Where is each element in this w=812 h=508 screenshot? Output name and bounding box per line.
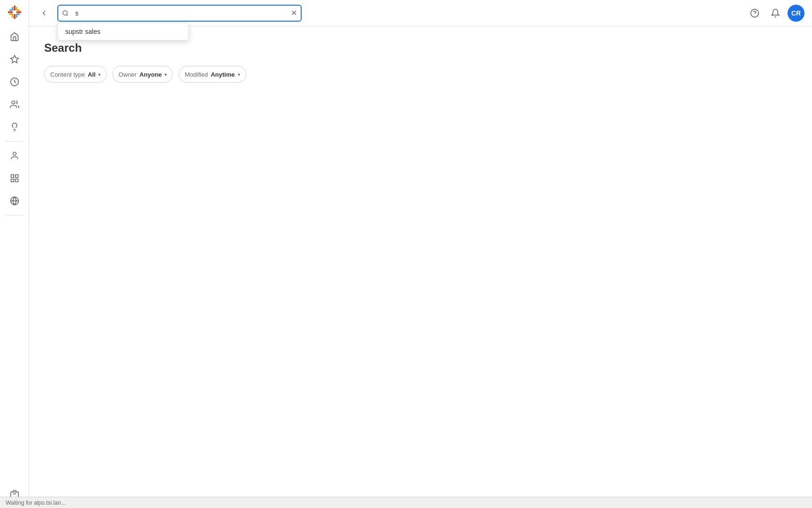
svg-rect-0 bbox=[14, 6, 16, 10]
autocomplete-dropdown: supstr sales bbox=[57, 23, 189, 40]
svg-point-17 bbox=[13, 152, 16, 156]
svg-point-14 bbox=[12, 101, 15, 104]
modified-value: Anytime bbox=[211, 71, 234, 78]
owner-label: Owner bbox=[118, 71, 136, 78]
svg-rect-6 bbox=[9, 9, 13, 11]
modified-label: Modified bbox=[185, 71, 208, 78]
svg-marker-12 bbox=[10, 56, 18, 63]
sidebar-item-favorites[interactable] bbox=[4, 49, 25, 70]
modified-chevron-icon: ▾ bbox=[238, 72, 240, 77]
content-type-chevron-icon: ▾ bbox=[98, 72, 101, 77]
autocomplete-item[interactable]: supstr sales bbox=[58, 23, 188, 40]
app-logo bbox=[6, 4, 23, 21]
search-clear-button[interactable]: ✕ bbox=[291, 9, 297, 17]
content-type-filter[interactable]: Content type All ▾ bbox=[44, 66, 107, 83]
svg-rect-2 bbox=[8, 11, 13, 13]
owner-chevron-icon: ▾ bbox=[164, 72, 167, 77]
content-type-label: Content type bbox=[50, 71, 85, 78]
svg-rect-21 bbox=[15, 179, 18, 182]
sidebar-nav bbox=[0, 26, 29, 137]
svg-rect-1 bbox=[14, 14, 16, 19]
svg-rect-7 bbox=[16, 14, 20, 15]
svg-line-28 bbox=[67, 14, 68, 16]
help-button[interactable] bbox=[746, 5, 763, 22]
sidebar-item-shared[interactable] bbox=[4, 94, 25, 115]
content-type-value: All bbox=[88, 71, 96, 78]
status-bar: Waiting for alpo.tsi.lan... bbox=[0, 497, 812, 508]
sidebar-item-external[interactable] bbox=[4, 190, 25, 211]
status-text: Waiting for alpo.tsi.lan... bbox=[6, 500, 66, 506]
page-title: Search bbox=[44, 41, 797, 55]
sidebar-divider-2 bbox=[6, 215, 23, 215]
main-content: ✕ supstr sales bbox=[29, 0, 812, 508]
sidebar-item-recommendations[interactable] bbox=[4, 117, 25, 137]
owner-value: Anyone bbox=[140, 71, 162, 78]
search-icon bbox=[62, 10, 69, 16]
svg-point-27 bbox=[63, 10, 67, 15]
sidebar-item-recents[interactable] bbox=[4, 71, 25, 92]
search-container: ✕ supstr sales bbox=[57, 5, 302, 22]
notifications-button[interactable] bbox=[767, 5, 784, 22]
sidebar-item-user[interactable] bbox=[4, 145, 25, 166]
svg-rect-10 bbox=[16, 9, 20, 11]
sidebar-item-collections[interactable] bbox=[4, 168, 25, 189]
header: ✕ supstr sales bbox=[29, 0, 812, 26]
search-input[interactable] bbox=[57, 5, 302, 22]
user-avatar[interactable]: CR bbox=[788, 5, 804, 22]
sidebar-divider-1 bbox=[6, 141, 23, 142]
svg-rect-19 bbox=[15, 175, 18, 178]
svg-rect-11 bbox=[9, 14, 13, 15]
back-button[interactable] bbox=[37, 6, 52, 21]
svg-rect-3 bbox=[16, 11, 21, 13]
sidebar-item-home[interactable] bbox=[4, 26, 25, 47]
svg-rect-20 bbox=[11, 179, 14, 182]
header-actions: CR bbox=[746, 5, 804, 22]
svg-rect-18 bbox=[11, 175, 14, 178]
filter-bar: Content type All ▾ Owner Anyone ▾ Modifi… bbox=[44, 66, 797, 83]
sidebar-bottom-nav bbox=[0, 145, 29, 211]
modified-filter[interactable]: Modified Anytime ▾ bbox=[179, 66, 246, 83]
owner-filter[interactable]: Owner Anyone ▾ bbox=[112, 66, 173, 83]
sidebar bbox=[0, 0, 29, 508]
